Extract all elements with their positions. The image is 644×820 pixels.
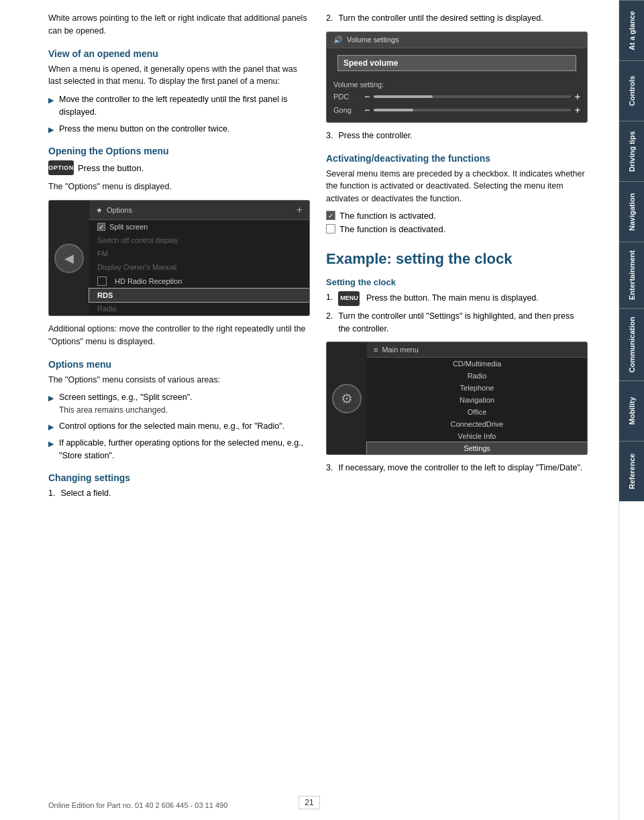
tab-driving-tips[interactable]: Driving tips xyxy=(619,121,644,181)
right-step2: 2. Turn the controller until the desired… xyxy=(326,12,588,25)
option-button: OPTION xyxy=(48,160,74,175)
main-menu-title-icon: ≡ xyxy=(374,346,378,354)
main-menu-title-bar: ≡ Main menu xyxy=(367,342,587,358)
options-bullet-text-1: Screen settings, e.g., "Split screen". xyxy=(59,391,193,404)
section2-heading: Opening the Options menu xyxy=(48,146,310,156)
pdc-label: PDC xyxy=(333,93,360,101)
rds-label: RDS xyxy=(97,291,113,299)
option-btn-wrap: OPTION Press the button. xyxy=(48,160,310,175)
pdc-fill xyxy=(374,95,433,98)
options-bullet-arrow-2: ▶ xyxy=(48,421,54,433)
right-step2-num: 2. xyxy=(326,12,333,25)
deactivated-check-icon xyxy=(326,224,335,234)
section1-heading: View of an opened menu xyxy=(48,48,310,59)
main-menu-screen: ⚙ ≡ Main menu CD/Multimedia Radio Teleph… xyxy=(326,342,588,455)
right-step3: 3. Press the controller. xyxy=(326,130,588,142)
example-heading: Example: setting the clock xyxy=(326,250,588,268)
vol-title-bar: 🔊 Volume settings xyxy=(327,32,587,48)
activating-heading: Activating/deactivating the functions xyxy=(326,153,588,164)
options-bullet-1: ▶ Screen settings, e.g., "Split screen".… xyxy=(48,391,310,416)
options-item-rds: RDS xyxy=(89,289,309,302)
menu-telephone: Telephone xyxy=(367,382,587,394)
activated-check-icon: ✓ xyxy=(326,211,335,220)
menu-settings: Settings xyxy=(367,442,587,454)
clock-step1: 1. MENU Press the button. The main menu … xyxy=(326,291,588,306)
tab-reference[interactable]: Reference xyxy=(619,441,644,501)
vol-slider-gong: Gong − + xyxy=(327,103,587,117)
clock-step3-text: If necessary, move the controller to the… xyxy=(338,462,582,474)
setting-clock-heading: Setting the clock xyxy=(326,277,588,287)
bullet-text-1: Move the controller to the left repeated… xyxy=(59,93,310,119)
deactivated-row: The function is deactivated. xyxy=(326,224,588,234)
split-screen-check: ✓ xyxy=(97,223,105,231)
vol-title-text: Volume settings xyxy=(347,36,399,44)
step1-text: Select a field. xyxy=(60,487,111,500)
options-item-radio: Radio xyxy=(89,302,309,315)
hd-radio-label: HD Radio Reception xyxy=(115,277,182,285)
fm-label: FM xyxy=(97,250,108,258)
vol-selected-item: Speed volume xyxy=(337,55,576,71)
gear-icon: ⚙ xyxy=(332,384,362,413)
menu-connected-drive: ConnectedDrive xyxy=(367,418,587,430)
switch-off-label: Switch off control display xyxy=(97,236,178,244)
section1-body: When a menu is opened, it generally open… xyxy=(48,63,310,89)
clock-step1-num: 1. xyxy=(326,291,333,306)
additional-options-text: Additional options: move the controller … xyxy=(48,323,310,348)
options-result-text: The "Options" menu is displayed. xyxy=(48,181,310,193)
pdc-minus: − xyxy=(364,91,370,102)
options-bullet-text-3: If applicable, further operating options… xyxy=(59,437,310,462)
options-bullet-text-2: Control options for the selected main me… xyxy=(59,420,284,433)
menu-radio: Radio xyxy=(367,370,587,382)
section4-heading: Changing settings xyxy=(48,472,310,483)
options-bullet-2: ▶ Control options for the selected main … xyxy=(48,420,310,433)
options-item-switch-off: Switch off control display xyxy=(89,234,309,247)
tab-mobility[interactable]: Mobility xyxy=(619,380,644,441)
pdc-track xyxy=(374,95,571,98)
main-menu-title-text: Main menu xyxy=(382,346,418,354)
options-bullet-sub-1: This area remains unchanged. xyxy=(59,404,193,416)
menu-office: Office xyxy=(367,406,587,418)
bullet-arrow-2: ▶ xyxy=(48,124,54,136)
hd-radio-checkbox xyxy=(97,276,107,286)
vol-setting-label: Volume setting: xyxy=(327,78,587,90)
pdc-plus: + xyxy=(575,91,580,102)
nav-circle: ◀ xyxy=(54,244,84,273)
activating-body: Several menu items are preceded by a che… xyxy=(326,168,588,205)
options-nav-area: ◀ xyxy=(49,201,89,315)
tab-controls[interactable]: Controls xyxy=(619,60,644,121)
options-title-icon: ★ xyxy=(96,206,103,215)
bullet-item-1: ▶ Move the controller to the left repeat… xyxy=(48,93,310,119)
page-footer: 21 xyxy=(0,796,619,809)
tab-communication[interactable]: Communication xyxy=(619,308,644,380)
tab-at-a-glance[interactable]: At a glance xyxy=(619,0,644,60)
bullet-item-2: ▶ Press the menu button on the controlle… xyxy=(48,123,310,136)
main-menu-items-area: ≡ Main menu CD/Multimedia Radio Telephon… xyxy=(367,342,587,454)
gong-plus: + xyxy=(575,105,580,115)
main-menu-left-nav: ⚙ xyxy=(327,342,367,454)
tab-navigation[interactable]: Navigation xyxy=(619,181,644,242)
clock-step1-text: Press the button. The main menu is displ… xyxy=(366,293,539,303)
right-step3-text: Press the controller. xyxy=(338,130,412,142)
section3-body: The "Options" menu consists of various a… xyxy=(48,374,310,387)
options-plus-btn: + xyxy=(297,204,303,216)
options-screen-mockup: ◀ ★ Options + ✓ Split screen Switch off … xyxy=(48,200,310,316)
intro-text: White arrows pointing to the left or rig… xyxy=(48,12,310,38)
volume-settings-screen: 🔊 Volume settings Speed volume Volume se… xyxy=(326,32,588,123)
right-step3-num: 3. xyxy=(326,130,333,142)
bullet-arrow-1: ▶ xyxy=(48,95,54,119)
options-title-bar: ★ Options + xyxy=(89,201,309,220)
clock-step2-text: Turn the controller until "Settings" is … xyxy=(338,310,588,336)
clock-step3-num: 3. xyxy=(326,462,333,474)
step-num-1: 1. xyxy=(48,487,55,500)
activated-label: The function is activated. xyxy=(339,211,436,221)
activated-row: ✓ The function is activated. xyxy=(326,211,588,221)
radio-label: Radio xyxy=(97,305,117,313)
clock-step2: 2. Turn the controller until "Settings" … xyxy=(326,310,588,336)
split-screen-label: Split screen xyxy=(109,223,148,231)
gong-track xyxy=(374,109,571,111)
tab-entertainment[interactable]: Entertainment xyxy=(619,242,644,308)
gong-fill xyxy=(374,109,413,111)
section3-heading: Options menu xyxy=(48,359,310,370)
menu-navigation: Navigation xyxy=(367,394,587,406)
deactivated-label: The function is deactivated. xyxy=(339,224,445,234)
